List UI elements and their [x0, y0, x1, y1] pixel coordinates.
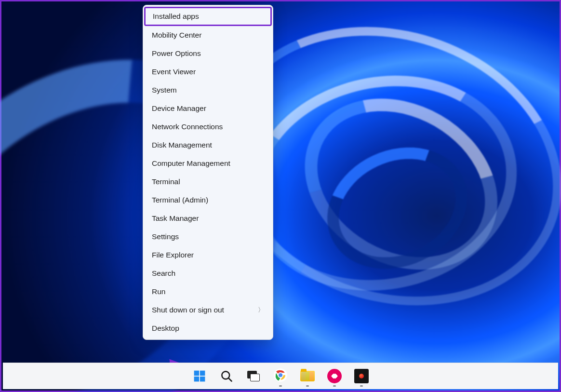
dark-square-icon — [354, 369, 369, 383]
menu-item-label: Network Connections — [152, 122, 223, 131]
search-button[interactable] — [215, 365, 238, 387]
svg-rect-4 — [200, 377, 205, 382]
menu-item-desktop[interactable]: Desktop — [143, 319, 273, 338]
menu-item-label: Run — [152, 287, 165, 296]
svg-rect-2 — [200, 371, 205, 376]
menu-item-label: Terminal (Admin) — [152, 196, 208, 204]
running-indicator — [360, 385, 363, 387]
menu-item-label: Shut down or sign out — [152, 306, 224, 314]
running-indicator — [279, 385, 282, 387]
desktop-viewport: Installed apps Mobility Center Power Opt… — [0, 0, 561, 392]
menu-item-label: Terminal — [152, 177, 180, 186]
menu-item-shutdown[interactable]: Shut down or sign out 〉 — [143, 301, 273, 319]
pinned-app-1[interactable] — [323, 365, 346, 387]
pinned-app-2[interactable] — [350, 365, 373, 387]
menu-item-label: Event Viewer — [152, 68, 196, 76]
menu-item-device-manager[interactable]: Device Manager — [143, 99, 273, 118]
menu-item-label: Computer Management — [152, 159, 230, 168]
windows-logo-icon — [193, 369, 206, 383]
menu-item-label: Search — [152, 269, 175, 278]
menu-item-mobility-center[interactable]: Mobility Center — [143, 26, 273, 44]
menu-item-label: Device Manager — [152, 104, 206, 113]
menu-item-label: System — [152, 86, 177, 95]
svg-rect-1 — [194, 371, 200, 376]
running-indicator — [306, 385, 309, 387]
menu-item-computer-management[interactable]: Computer Management — [143, 154, 273, 173]
menu-item-label: File Explorer — [152, 251, 194, 259]
menu-item-system[interactable]: System — [143, 81, 273, 99]
menu-item-network-connections[interactable]: Network Connections — [143, 118, 273, 136]
menu-item-installed-apps[interactable]: Installed apps — [144, 7, 272, 26]
chevron-right-icon: 〉 — [258, 306, 264, 314]
menu-item-label: Installed apps — [153, 12, 199, 21]
winx-context-menu: Installed apps Mobility Center Power Opt… — [143, 5, 273, 340]
running-indicator — [333, 385, 336, 387]
chrome-icon — [273, 368, 288, 384]
menu-item-label: Desktop — [152, 324, 179, 333]
menu-item-power-options[interactable]: Power Options — [143, 44, 273, 63]
start-button[interactable] — [188, 365, 211, 387]
svg-line-6 — [228, 378, 231, 381]
menu-item-task-manager[interactable]: Task Manager — [143, 209, 273, 228]
menu-item-run[interactable]: Run — [143, 283, 273, 301]
chrome-app[interactable] — [269, 365, 292, 387]
menu-item-label: Mobility Center — [152, 31, 201, 40]
menu-item-disk-management[interactable]: Disk Management — [143, 136, 273, 154]
task-view-button[interactable] — [242, 365, 265, 387]
desktop-wallpaper — [1, 1, 560, 391]
task-view-icon — [247, 371, 260, 381]
menu-item-terminal-admin[interactable]: Terminal (Admin) — [143, 191, 273, 209]
menu-item-label: Disk Management — [152, 141, 212, 149]
menu-item-label: Power Options — [152, 49, 201, 58]
menu-item-search[interactable]: Search — [143, 264, 273, 283]
menu-item-label: Task Manager — [152, 214, 199, 223]
menu-item-terminal[interactable]: Terminal — [143, 173, 273, 191]
menu-item-event-viewer[interactable]: Event Viewer — [143, 63, 273, 81]
lips-circle-icon — [327, 369, 342, 383]
menu-item-settings[interactable]: Settings — [143, 228, 273, 246]
file-explorer-app[interactable] — [296, 365, 319, 387]
folder-icon — [300, 371, 315, 381]
menu-item-file-explorer[interactable]: File Explorer — [143, 246, 273, 264]
taskbar — [3, 363, 558, 389]
svg-rect-3 — [194, 377, 200, 382]
menu-item-label: Settings — [152, 232, 179, 241]
search-icon — [220, 369, 233, 383]
